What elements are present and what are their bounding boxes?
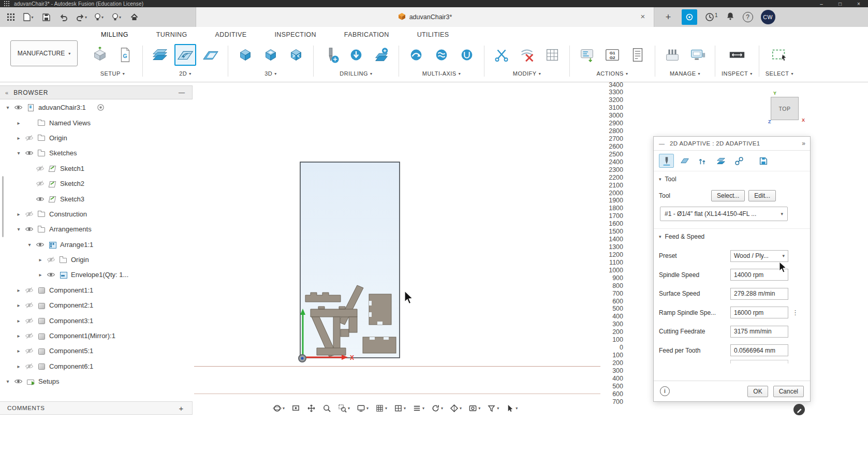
browser-collapse-icon[interactable]: « [5, 90, 8, 96]
ok-button[interactable]: OK [747, 386, 768, 397]
eye-off-icon[interactable] [25, 135, 34, 141]
ribbon-tab-utilities[interactable]: UTILITIES [403, 27, 463, 42]
workspace-switcher[interactable]: MANUFACTURE ▾ [10, 40, 78, 66]
2d-adaptive-icon[interactable] [174, 44, 196, 66]
browser-item-component3-1[interactable]: ▸Component3:1 [0, 313, 193, 328]
origin-point[interactable] [299, 355, 306, 362]
undo-button[interactable] [56, 10, 71, 24]
window-minimize-button[interactable]: – [812, 0, 831, 7]
multiaxis-flow-icon[interactable] [431, 44, 452, 66]
zoom-button[interactable] [321, 403, 333, 414]
measure-icon[interactable] [726, 44, 748, 66]
help-button[interactable]: ? [743, 12, 753, 22]
browser-item-origin[interactable]: ▸Origin [0, 130, 193, 146]
feed-value-spindle-speed[interactable]: 14000 rpm [730, 269, 788, 281]
expand-arrow-icon[interactable]: ▸ [16, 287, 21, 293]
select-tool-button[interactable]: ▾ [504, 403, 519, 414]
ribbon-group-label[interactable]: MANAGE▾ [670, 68, 700, 79]
save-button[interactable] [38, 10, 54, 24]
part-panel[interactable] [369, 294, 391, 325]
delete-toolpath-icon[interactable] [516, 44, 538, 66]
eye-icon[interactable] [36, 241, 45, 248]
eye-off-icon[interactable] [25, 347, 34, 354]
expand-arrow-icon[interactable]: ▸ [16, 135, 21, 141]
extensions-button[interactable] [682, 9, 697, 25]
eye-icon[interactable] [25, 150, 34, 156]
suggestion-bulb-button[interactable]: ▾ [91, 10, 107, 24]
window-close-button[interactable]: × [849, 0, 868, 7]
feed-value-cutting-feedrate[interactable]: 3175 mm/min [730, 326, 788, 338]
eye-icon[interactable] [36, 196, 45, 202]
layers-button[interactable]: ▾ [411, 403, 426, 414]
part-slat[interactable] [305, 293, 341, 302]
file-menu-button[interactable]: ▾ [21, 10, 36, 24]
title-bar[interactable]: aduvanChair3* - Autodesk Fusion (Educati… [0, 0, 868, 7]
multiaxis-port-icon[interactable] [456, 44, 478, 66]
browser-item-sketch3[interactable]: Sketch3 [0, 191, 193, 206]
tool-edit-button[interactable]: Edit... [748, 190, 776, 201]
eye-off-icon[interactable] [25, 211, 34, 217]
heights-tab[interactable] [695, 154, 710, 168]
refresh-button[interactable]: ▾ [430, 403, 445, 414]
3d-adaptive-icon[interactable] [234, 44, 256, 66]
3d-pocket-icon[interactable] [260, 44, 282, 66]
job-status-button[interactable]: 1 [705, 12, 718, 22]
cancel-button[interactable]: Cancel [773, 386, 804, 397]
browser-minimize-icon[interactable]: — [179, 89, 185, 96]
ribbon-group-label[interactable]: ACTIONS▾ [597, 68, 628, 79]
ribbon-tab-turning[interactable]: TURNING [142, 27, 201, 42]
eye-off-icon[interactable] [25, 302, 34, 309]
eye-icon[interactable] [14, 378, 23, 385]
eye-off-icon[interactable] [25, 287, 34, 294]
browser-item-named-views[interactable]: ▸Named Views [0, 115, 193, 130]
look-at-button[interactable] [290, 403, 302, 414]
nested-parts[interactable] [305, 285, 396, 357]
browser-item-sketch1[interactable]: Sketch1 [0, 161, 193, 176]
gcode-document-icon[interactable]: G [114, 44, 136, 66]
post-process-icon[interactable] [576, 44, 598, 66]
ribbon-tab-inspection[interactable]: INSPECTION [260, 27, 330, 42]
redo-button[interactable]: ▾ [73, 10, 89, 24]
eye-off-icon[interactable] [25, 363, 34, 370]
dialog-expand-icon[interactable]: » [802, 140, 805, 147]
ribbon-group-label[interactable]: DRILLING▾ [340, 68, 372, 79]
expand-arrow-icon[interactable]: ▸ [38, 257, 43, 263]
expand-arrow-icon[interactable]: ▸ [38, 272, 43, 278]
eye-icon[interactable] [14, 104, 23, 111]
browser-item-aduvanchair3-1[interactable]: ▾aduvanChair3:1 [0, 100, 193, 115]
drill-icon[interactable] [320, 44, 342, 66]
expand-arrow-icon[interactable]: ▸ [16, 318, 21, 324]
browser-item-construction[interactable]: ▸Construction [0, 207, 193, 222]
window-restore-button[interactable]: □ [831, 0, 849, 7]
tool-library-icon[interactable] [661, 44, 683, 66]
expand-arrow-icon[interactable]: ▾ [27, 242, 32, 248]
notifications-button[interactable] [726, 11, 735, 23]
feed-value-surface-speed[interactable]: 279.288 m/min [730, 288, 788, 300]
comments-bar[interactable]: COMMENTS + [0, 401, 193, 415]
viewports-button[interactable]: ▾ [392, 403, 407, 414]
tool-select-button[interactable]: Select... [711, 190, 745, 201]
browser-item-component5-1[interactable]: ▸Component5:1 [0, 343, 193, 358]
browser-item-sketch2[interactable]: Sketch2 [0, 176, 193, 191]
eye-off-icon[interactable] [36, 180, 45, 187]
browser-item-origin[interactable]: ▸Origin [0, 252, 193, 267]
dialog-minimize-icon[interactable]: — [659, 140, 665, 147]
ribbon-group-label[interactable]: 3D▾ [264, 68, 277, 79]
ribbon-group-label[interactable]: SELECT▾ [766, 68, 793, 79]
expand-arrow-icon[interactable]: ▾ [5, 105, 10, 110]
part-foot[interactable] [317, 348, 346, 355]
expand-arrow-icon[interactable]: ▾ [5, 379, 10, 384]
ribbon-tab-milling[interactable]: MILLING [87, 27, 142, 42]
part-spacer[interactable] [341, 329, 349, 337]
display-settings-button[interactable]: ▾ [355, 403, 370, 414]
geometry-tab[interactable] [677, 154, 692, 168]
tool-tab[interactable] [659, 154, 674, 168]
part-stub[interactable] [349, 317, 357, 332]
browser-item-component2-1[interactable]: ▸Component2:1 [0, 298, 193, 313]
stock-boundary[interactable] [300, 162, 400, 358]
expand-arrow-icon[interactable]: ▸ [16, 211, 21, 217]
drill-stack-icon[interactable] [371, 44, 392, 66]
part-base[interactable] [363, 337, 396, 353]
browser-item-arrangements[interactable]: ▾Arrangements [0, 222, 193, 237]
part-leg-vertical[interactable] [333, 317, 340, 350]
